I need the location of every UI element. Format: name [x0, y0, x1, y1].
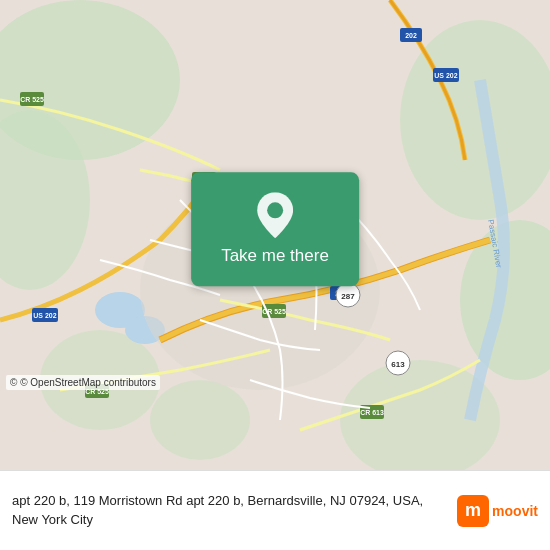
osm-credit: © © OpenStreetMap contributors — [6, 375, 160, 390]
svg-text:US 202: US 202 — [434, 72, 457, 79]
moovit-logo-icon: m — [457, 495, 489, 527]
moovit-letter: m — [465, 500, 481, 521]
svg-point-33 — [267, 202, 283, 218]
svg-text:CR 525: CR 525 — [20, 96, 44, 103]
take-me-there-button[interactable]: Take me there — [191, 172, 359, 286]
location-pin-icon — [257, 192, 293, 238]
svg-text:US 202: US 202 — [33, 312, 56, 319]
svg-text:202: 202 — [405, 32, 417, 39]
map-container: Passaic River 287 202 US 202 US 202 CR 5… — [0, 0, 550, 470]
svg-point-7 — [150, 380, 250, 460]
osm-credit-text: © OpenStreetMap contributors — [20, 377, 156, 388]
svg-text:287: 287 — [341, 292, 355, 301]
svg-text:613: 613 — [391, 360, 405, 369]
svg-text:CR 613: CR 613 — [360, 409, 384, 416]
moovit-logo: m moovit — [457, 495, 538, 527]
bottom-bar: apt 220 b, 119 Morristown Rd apt 220 b, … — [0, 470, 550, 550]
moovit-app-name: moovit — [492, 503, 538, 519]
address-text: apt 220 b, 119 Morristown Rd apt 220 b, … — [12, 492, 449, 528]
osm-icon: © — [10, 377, 17, 388]
take-me-there-label: Take me there — [221, 246, 329, 266]
